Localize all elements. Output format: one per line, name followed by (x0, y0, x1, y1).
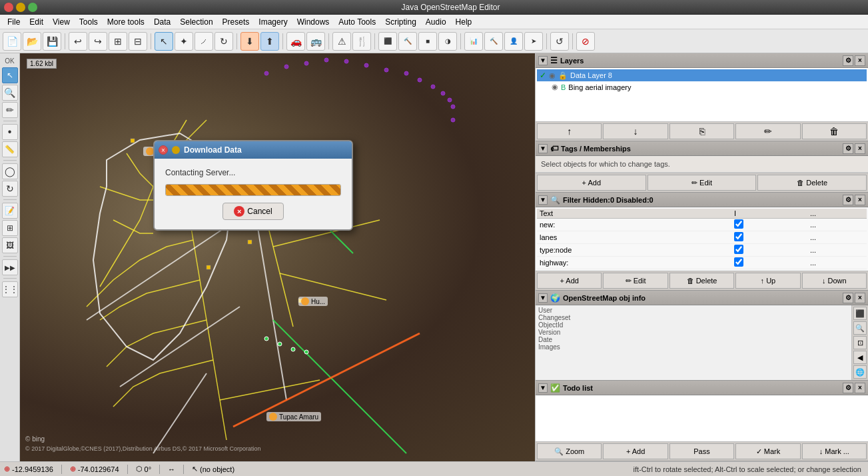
tb-open-button[interactable]: 📂 (23, 32, 41, 51)
osm-btn5[interactable]: 🌐 (853, 365, 867, 379)
osm-btn1[interactable]: ⬛ (853, 307, 867, 320)
tb-select-button[interactable]: ↖ (155, 32, 173, 51)
layers-delete-button[interactable]: 🗑 (802, 123, 867, 139)
tb-warning-button[interactable]: ⚠ (332, 32, 351, 51)
tb-graph-button[interactable]: 📊 (464, 32, 483, 51)
todo-settings-button[interactable]: ⚙ (843, 383, 853, 393)
osm-close-button[interactable]: × (855, 293, 865, 303)
filter-check-typenode-i[interactable] (734, 245, 743, 254)
filter-settings-button[interactable]: ⚙ (843, 195, 853, 205)
osm-btn3[interactable]: ⊡ (853, 336, 867, 349)
tb-add-node-button[interactable]: ✦ (175, 32, 193, 51)
todo-mark-more-button[interactable]: ↓ Mark ... (802, 443, 867, 459)
window-min-button[interactable] (16, 3, 25, 12)
draw-tool-button[interactable]: ✏ (2, 102, 18, 118)
filter-delete-button[interactable]: 🗑 Delete (669, 273, 734, 289)
tags-delete-button[interactable]: 🗑 Delete (757, 175, 867, 191)
layers-move-down-button[interactable]: ↓ (603, 123, 667, 139)
tb-tool1-button[interactable]: ⬛ (378, 32, 397, 51)
menu-help[interactable]: Help (451, 16, 477, 28)
menu-imagery[interactable]: Imagery (254, 16, 292, 28)
filter-check-lanes-i[interactable] (734, 232, 743, 241)
osm-collapse-button[interactable]: ▼ (538, 293, 548, 303)
menu-edit[interactable]: Edit (25, 16, 48, 28)
tb-hammer-button[interactable]: 🔨 (484, 32, 503, 51)
todo-pass-button[interactable]: Pass (669, 443, 734, 459)
tb-head-button[interactable]: 👤 (504, 32, 523, 51)
tags-add-button[interactable]: + Add (537, 175, 646, 191)
layer-item-bing[interactable]: ◉ B Bing aerial imagery (537, 81, 867, 93)
osm-btn4[interactable]: ◀ (853, 351, 867, 364)
filter-collapse-button[interactable]: ▼ (538, 195, 548, 205)
layers-settings-button[interactable]: ⚙ (843, 55, 853, 66)
todo-mark-button[interactable]: ✓ Mark (735, 443, 800, 459)
menu-auto-tools[interactable]: Auto Tools (334, 16, 380, 28)
menu-selection[interactable]: Selection (175, 16, 217, 28)
window-close-button[interactable] (4, 3, 13, 12)
filter-close-button[interactable]: × (855, 195, 865, 205)
tb-upload-button[interactable]: ⬆ (260, 32, 279, 51)
tb-zoom-sel-button[interactable]: ⊟ (129, 32, 147, 51)
menu-windows[interactable]: Windows (292, 16, 334, 28)
todo-collapse-button[interactable]: ▼ (538, 383, 548, 393)
tb-food-button[interactable]: 🍴 (352, 32, 371, 51)
layers-duplicate-button[interactable]: ⎘ (669, 123, 734, 139)
layer-tool-button[interactable]: ⊞ (2, 220, 18, 236)
layers-move-up-button[interactable]: ↑ (537, 123, 602, 139)
tb-arrow-button[interactable]: ➤ (524, 32, 543, 51)
layers-close-button[interactable]: × (855, 55, 865, 66)
filter-check-highway-i[interactable] (734, 257, 743, 267)
zoom-tool-button[interactable]: 🔍 (2, 85, 18, 101)
window-max-button[interactable] (28, 3, 37, 12)
tb-tool4-button[interactable]: ◑ (438, 32, 457, 51)
tb-tool2-button[interactable]: 🔨 (398, 32, 417, 51)
note-tool-button[interactable]: 📝 (2, 203, 18, 219)
lasso-tool-button[interactable]: ◯ (2, 163, 18, 179)
dialog-close-button[interactable]: × (159, 145, 168, 155)
menu-audio[interactable]: Audio (421, 16, 451, 28)
tags-edit-button[interactable]: ✏ Edit (648, 175, 757, 191)
dialog-min-btn[interactable] (172, 146, 180, 154)
tb-bus-button[interactable]: 🚌 (306, 32, 325, 51)
scroll-tool-button[interactable]: ⋮⋮ (2, 281, 18, 297)
tb-save-button[interactable]: 💾 (43, 32, 61, 51)
tb-zoom-fit-button[interactable]: ⊞ (109, 32, 127, 51)
tb-add-way-button[interactable]: ⟋ (195, 32, 213, 51)
tb-spin-button[interactable]: ↺ (550, 32, 569, 51)
node-tool-button[interactable]: • (2, 124, 18, 140)
menu-data[interactable]: Data (149, 16, 175, 28)
select-tool-button[interactable]: ↖ (2, 67, 18, 83)
menu-scripting[interactable]: Scripting (380, 16, 421, 28)
menu-file[interactable]: File (3, 16, 25, 28)
tags-close-button[interactable]: × (855, 143, 865, 154)
rotate-tool-button[interactable]: ↻ (2, 181, 18, 197)
filter-check-new-i[interactable] (734, 219, 743, 229)
tb-new-button[interactable]: 📄 (3, 32, 21, 51)
tags-collapse-button[interactable]: ▼ (538, 144, 548, 153)
filter-down-button[interactable]: ↓ Down (802, 273, 867, 289)
tb-stop-button[interactable]: ⊘ (576, 32, 595, 51)
tags-settings-button[interactable]: ⚙ (843, 143, 853, 154)
filter-up-button[interactable]: ↑ Up (735, 273, 800, 289)
menu-presets[interactable]: Presets (218, 16, 254, 28)
tb-refresh-button[interactable]: ↻ (215, 32, 233, 51)
filter-edit-button[interactable]: ✏ Edit (603, 273, 667, 289)
tb-highway-button[interactable]: 🚗 (286, 32, 305, 51)
play-button[interactable]: ▶▶ (2, 259, 18, 275)
tb-tool3-button[interactable]: ■ (418, 32, 437, 51)
dialog-cancel-button[interactable]: × Cancel (222, 203, 283, 220)
measure-tool-button[interactable]: 📏 (2, 141, 18, 157)
tb-redo-button[interactable]: ↪ (89, 32, 107, 51)
filter-add-button[interactable]: + Add (537, 273, 602, 289)
tb-undo-button[interactable]: ↩ (69, 32, 87, 51)
todo-close-button[interactable]: × (855, 383, 865, 393)
tb-download-button[interactable]: ⬇ (240, 32, 259, 51)
layers-collapse-button[interactable]: ▼ (538, 56, 548, 65)
menu-tools[interactable]: Tools (75, 16, 103, 28)
todo-add-button[interactable]: + Add (603, 443, 667, 459)
layer-item-data[interactable]: ✓ ◉ 🔒 Data Layer 8 (537, 69, 867, 81)
todo-zoom-button[interactable]: 🔍 Zoom (537, 443, 602, 459)
layers-edit-button[interactable]: ✏ (735, 123, 800, 139)
image-tool-button[interactable]: 🖼 (2, 237, 18, 253)
window-controls[interactable] (4, 3, 37, 12)
